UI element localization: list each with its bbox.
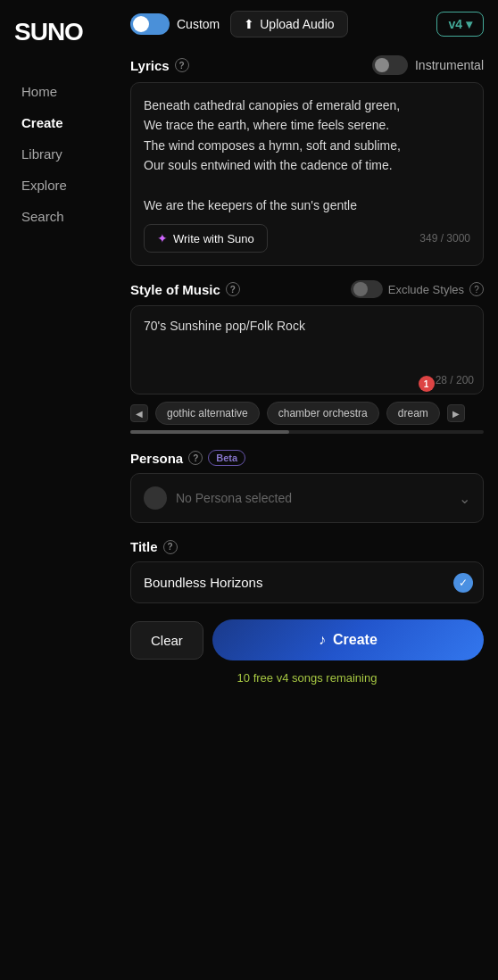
- lyrics-char-count: 349 / 3000: [419, 232, 470, 245]
- style-text: 70's Sunshine pop/Folk Rock: [144, 317, 470, 336]
- sidebar-item-library[interactable]: Library: [14, 141, 102, 167]
- instrumental-group: Instrumental: [372, 55, 484, 75]
- title-section: Title ? ✓: [130, 539, 484, 603]
- notification-badge: 1: [419, 376, 435, 392]
- lyrics-label-group: Lyrics ?: [130, 58, 189, 73]
- tags-scrollbar-track: [130, 430, 484, 434]
- sidebar-item-search[interactable]: Search: [14, 203, 102, 229]
- exclude-styles-help-icon[interactable]: ?: [469, 282, 484, 296]
- persona-label: Persona: [130, 451, 183, 466]
- tags-scroll-left-button[interactable]: ◀: [130, 404, 148, 422]
- persona-placeholder: No Persona selected: [176, 491, 292, 505]
- tags-scroll-right-button[interactable]: ▶: [447, 404, 465, 422]
- lyrics-header: Lyrics ? Instrumental: [130, 55, 484, 75]
- custom-toggle-group: Custom: [130, 13, 220, 35]
- clear-button[interactable]: Clear: [130, 621, 203, 660]
- style-label-group: Style of Music ?: [130, 282, 240, 297]
- persona-help-icon[interactable]: ?: [188, 451, 203, 465]
- title-label: Title: [130, 539, 158, 554]
- title-input-wrap: ✓: [130, 561, 484, 603]
- tag-dream[interactable]: dream: [386, 402, 440, 425]
- title-checkmark-icon: ✓: [453, 573, 473, 593]
- upload-icon: ⬆: [244, 17, 254, 31]
- create-button[interactable]: ♪ Create: [212, 619, 484, 660]
- tags-row: ◀ gothic alternative chamber orchestra d…: [130, 402, 484, 425]
- exclude-styles-label: Exclude Styles: [388, 283, 464, 296]
- persona-avatar: [144, 486, 167, 510]
- tag-chamber-orchestra[interactable]: chamber orchestra: [267, 402, 379, 425]
- custom-toggle-label: Custom: [177, 17, 220, 31]
- title-input[interactable]: [130, 561, 484, 603]
- free-songs-notice: 10 free v4 songs remaining: [130, 671, 484, 685]
- write-suno-label: Write with Suno: [173, 232, 254, 245]
- instrumental-label: Instrumental: [415, 58, 484, 72]
- persona-dropdown[interactable]: No Persona selected ⌄: [130, 473, 484, 523]
- spark-icon: ✦: [157, 231, 168, 245]
- persona-section: Persona ? Beta No Persona selected ⌄: [130, 450, 484, 523]
- upload-audio-label: Upload Audio: [260, 17, 334, 31]
- sidebar-item-explore[interactable]: Explore: [14, 172, 102, 198]
- title-label-group: Title ?: [130, 539, 484, 554]
- custom-toggle[interactable]: [130, 13, 170, 35]
- checkmark-symbol: ✓: [459, 577, 468, 589]
- lyrics-box: Beneath cathedral canopies of emerald gr…: [130, 82, 484, 266]
- persona-chevron-icon: ⌄: [459, 490, 470, 507]
- lyrics-footer: ✦ Write with Suno 349 / 3000: [144, 224, 470, 253]
- lyrics-label: Lyrics: [130, 58, 170, 73]
- lyrics-text: Beneath cathedral canopies of emerald gr…: [144, 96, 470, 215]
- main-content: Custom ⬆ Upload Audio v4 ▾ Lyrics ? Inst…: [116, 0, 498, 702]
- tags-scrollbar-thumb: [130, 430, 289, 434]
- chevron-down-icon: ▾: [466, 17, 472, 31]
- style-counter: 28 / 200: [436, 374, 474, 386]
- beta-badge: Beta: [208, 450, 245, 466]
- music-note-icon: ♪: [319, 632, 326, 648]
- lyrics-help-icon[interactable]: ?: [175, 58, 189, 72]
- style-counter-wrap: 1 28 / 200: [430, 374, 474, 386]
- exclude-styles-toggle[interactable]: [351, 280, 383, 298]
- sidebar-item-home[interactable]: Home: [14, 79, 102, 104]
- version-button[interactable]: v4 ▾: [436, 12, 484, 37]
- persona-left: No Persona selected: [144, 486, 292, 510]
- app-logo: SUNO: [14, 18, 102, 46]
- style-label: Style of Music: [130, 282, 220, 297]
- sidebar-nav: Home Create Library Explore Search: [14, 79, 102, 229]
- sidebar-item-create[interactable]: Create: [14, 110, 102, 136]
- create-label: Create: [333, 632, 378, 648]
- exclude-styles-group: Exclude Styles ?: [351, 280, 484, 298]
- upload-audio-button[interactable]: ⬆ Upload Audio: [230, 11, 347, 37]
- instrumental-toggle[interactable]: [372, 55, 408, 75]
- bottom-actions: Clear ♪ Create: [130, 619, 484, 660]
- write-with-suno-button[interactable]: ✦ Write with Suno: [144, 224, 268, 253]
- sidebar: SUNO Home Create Library Explore Search: [0, 0, 116, 980]
- style-help-icon[interactable]: ?: [226, 282, 240, 296]
- persona-label-group: Persona ? Beta: [130, 450, 484, 466]
- top-bar: Custom ⬆ Upload Audio v4 ▾: [130, 11, 484, 37]
- style-box[interactable]: 70's Sunshine pop/Folk Rock 1 28 / 200: [130, 305, 484, 394]
- lyrics-scroll-area[interactable]: Beneath cathedral canopies of emerald gr…: [144, 96, 470, 215]
- version-label: v4: [448, 17, 462, 31]
- title-help-icon[interactable]: ?: [163, 540, 178, 554]
- tag-gothic-alternative[interactable]: gothic alternative: [155, 402, 260, 425]
- style-header: Style of Music ? Exclude Styles ?: [130, 280, 484, 298]
